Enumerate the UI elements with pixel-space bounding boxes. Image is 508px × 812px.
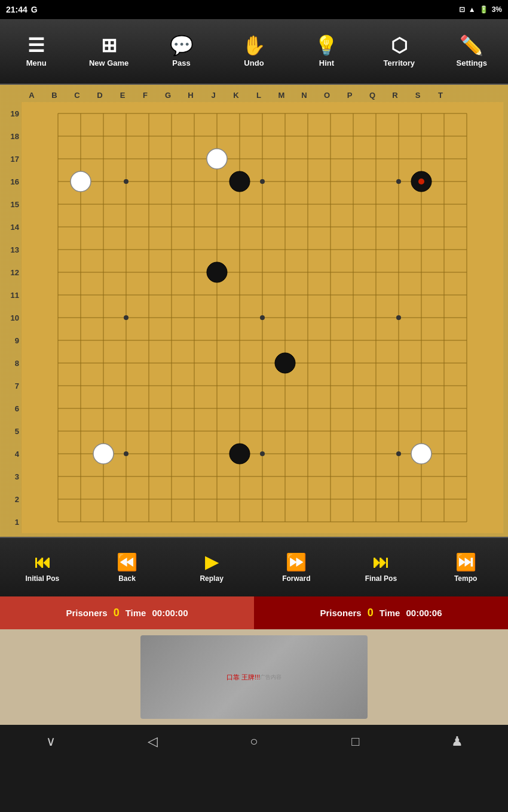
svg-point-47	[396, 451, 401, 456]
new-game-icon: ⊞	[101, 36, 117, 55]
col-label: H	[179, 91, 202, 100]
svg-point-45	[124, 451, 128, 456]
right-prisoners-label: Prisoners	[320, 608, 361, 618]
svg-point-42	[124, 315, 128, 320]
new-game-button[interactable]: ⊞ New Game	[76, 23, 142, 80]
signal-icon: ▲	[469, 5, 476, 14]
nav-chevron-button[interactable]: ∨	[33, 727, 69, 756]
back-icon: ⏪	[117, 552, 137, 572]
col-label: P	[338, 91, 361, 100]
left-prisoners-value: 0	[114, 607, 120, 619]
nav-home-button[interactable]: ○	[236, 727, 272, 756]
undo-button[interactable]: ✋ Undo	[221, 23, 287, 80]
col-label: F	[134, 91, 157, 100]
territory-button[interactable]: ⬡ Territory	[366, 23, 432, 80]
col-label: Q	[361, 91, 384, 100]
toolbar: ☰ Menu ⊞ New Game 💬 Pass ✋ Undo 💡 Hint ⬡…	[0, 19, 508, 85]
hint-button[interactable]: 💡 Hint	[293, 23, 359, 80]
territory-icon: ⬡	[391, 36, 408, 55]
back-button[interactable]: ⏪ Back	[91, 540, 163, 594]
svg-point-56	[229, 444, 250, 464]
nav-square-button[interactable]: □	[338, 727, 374, 756]
svg-point-53	[207, 262, 227, 282]
left-prisoners-label: Prisoners	[66, 608, 107, 618]
svg-point-40	[260, 179, 265, 184]
svg-point-54	[275, 353, 295, 373]
col-label: C	[66, 91, 88, 100]
initial-pos-button[interactable]: ⏮ Initial Pos	[7, 540, 78, 594]
col-label: E	[111, 91, 134, 100]
carrier-icon: G	[31, 5, 38, 14]
forward-icon: ⏩	[286, 552, 307, 572]
menu-icon: ☰	[27, 36, 45, 55]
col-label: M	[270, 91, 293, 100]
svg-point-50	[229, 171, 250, 192]
settings-button[interactable]: ✏️ Settings	[439, 23, 504, 80]
replay-icon: ▶	[205, 552, 218, 572]
battery-level: 3%	[492, 5, 502, 14]
svg-point-46	[260, 451, 265, 456]
col-label: T	[429, 91, 452, 100]
control-bar: ⏮ Initial Pos ⏪ Back ▶ Replay ⏩ Forward …	[0, 537, 508, 596]
pass-icon: 💬	[170, 36, 194, 55]
ad-area: 口靠 王牌!!! 广告内容	[0, 629, 508, 725]
col-label: J	[202, 91, 225, 100]
right-time-value: 00:00:06	[406, 608, 442, 618]
svg-point-49	[207, 149, 227, 169]
svg-point-55	[93, 444, 114, 464]
col-label: R	[384, 91, 406, 100]
row-labels: 19 18 17 16 15 14 13 12 11 10 9 8 7 6 5 …	[5, 102, 22, 533]
wifi-icon: ⊡	[459, 5, 465, 14]
svg-point-41	[396, 179, 401, 184]
svg-point-44	[396, 315, 401, 320]
board-container: 19 18 17 16 15 14 13 12 11 10 9 8 7 6 5 …	[0, 102, 508, 533]
col-label: L	[247, 91, 270, 100]
svg-point-52	[418, 179, 424, 184]
menu-button[interactable]: ☰ Menu	[4, 23, 69, 80]
settings-icon: ✏️	[460, 36, 483, 55]
final-pos-button[interactable]: ⏭ Final Pos	[345, 540, 417, 594]
hint-icon: 💡	[314, 36, 338, 55]
time-display: 21:44	[6, 5, 27, 14]
replay-button[interactable]: ▶ Replay	[176, 540, 247, 594]
go-board[interactable]	[22, 102, 503, 533]
nav-accessibility-button[interactable]: ♟	[439, 727, 475, 756]
svg-point-57	[411, 444, 432, 464]
forward-button[interactable]: ⏩ Forward	[261, 540, 332, 594]
tempo-button[interactable]: ⏭️ Tempo	[430, 540, 501, 594]
svg-point-43	[260, 315, 265, 320]
ad-content: 口靠 王牌!!! 广告内容	[140, 635, 368, 719]
board-area: A B C D E F G H J K L M N O P Q R S T 19…	[0, 85, 508, 537]
col-labels: A B C D E F G H J K L M N O P Q R S T	[0, 91, 508, 102]
nav-back-button[interactable]: ◁	[134, 727, 170, 756]
col-label: K	[225, 91, 247, 100]
right-prisoners-value: 0	[368, 607, 374, 619]
col-label: A	[20, 91, 43, 100]
battery-icon: 🔋	[479, 5, 488, 14]
score-bar: Prisoners 0 Time 00:00:00 Prisoners 0 Ti…	[0, 596, 508, 629]
left-time-label: Time	[126, 608, 146, 618]
col-label: B	[43, 91, 66, 100]
right-score-panel: Prisoners 0 Time 00:00:06	[254, 596, 508, 629]
bottom-nav: ∨ ◁ ○ □ ♟	[0, 725, 508, 758]
ad-banner: 口靠 王牌!!! 广告内容	[140, 635, 368, 719]
col-label: O	[316, 91, 338, 100]
initial-pos-icon: ⏮	[34, 552, 51, 572]
svg-point-39	[124, 179, 128, 184]
undo-icon: ✋	[242, 36, 266, 55]
tempo-icon: ⏭️	[455, 552, 476, 572]
col-label: S	[406, 91, 429, 100]
pass-button[interactable]: 💬 Pass	[149, 23, 215, 80]
col-label: D	[88, 91, 111, 100]
col-label: G	[157, 91, 179, 100]
right-time-label: Time	[380, 608, 400, 618]
left-score-panel: Prisoners 0 Time 00:00:00	[0, 596, 254, 629]
status-bar: 21:44 G ⊡ ▲ 🔋 3%	[0, 0, 508, 19]
left-time-value: 00:00:00	[152, 608, 188, 618]
svg-point-48	[71, 171, 91, 192]
col-label: N	[293, 91, 316, 100]
final-pos-icon: ⏭	[372, 552, 389, 572]
